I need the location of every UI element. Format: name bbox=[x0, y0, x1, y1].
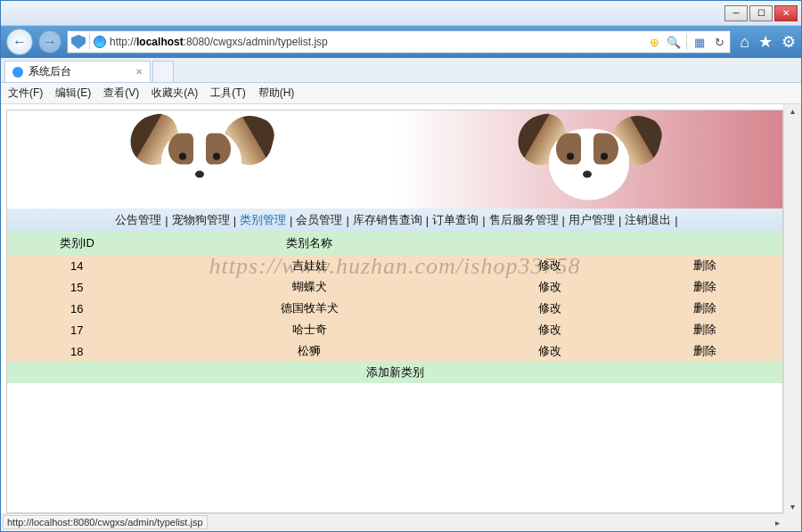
address-bar[interactable]: http://localhost:8080/cwgxs/admin/typeli… bbox=[67, 30, 731, 53]
edit-link[interactable]: 修改 bbox=[538, 344, 561, 357]
table-row: 17哈士奇修改删除 bbox=[7, 319, 782, 340]
titlebar: ─ ☐ ✕ bbox=[1, 1, 801, 26]
add-type-link[interactable]: 添加新类别 bbox=[366, 365, 424, 379]
divider bbox=[89, 34, 90, 50]
forward-button[interactable]: → bbox=[38, 30, 61, 53]
divider bbox=[686, 34, 687, 50]
maximize-button[interactable]: ☐ bbox=[749, 5, 773, 21]
scroll-down-icon[interactable]: ▾ bbox=[790, 500, 795, 513]
nav-link[interactable]: 注销退出 bbox=[621, 212, 675, 228]
scroll-right-icon[interactable]: ▸ bbox=[772, 518, 783, 528]
scroll-up-icon[interactable]: ▴ bbox=[790, 104, 795, 118]
cell-name: 哈士奇 bbox=[147, 319, 472, 340]
type-table: 类别ID 类别名称 14吉娃娃修改删除15蝴蝶犬修改删除16德国牧羊犬修改删除1… bbox=[7, 232, 782, 383]
cell-name: 吉娃娃 bbox=[147, 255, 472, 276]
menu-bar: 文件(F) 编辑(E) 查看(V) 收藏夹(A) 工具(T) 帮助(H) bbox=[1, 83, 801, 104]
cell-id: 18 bbox=[7, 340, 147, 362]
cell-name: 蝴蝶犬 bbox=[147, 276, 472, 298]
security-shield-icon bbox=[71, 35, 86, 49]
cell-id: 14 bbox=[7, 255, 147, 276]
search-icon[interactable]: 🔍 bbox=[667, 35, 681, 49]
menu-file[interactable]: 文件(F) bbox=[8, 86, 43, 101]
menu-edit[interactable]: 编辑(E) bbox=[55, 86, 91, 101]
col-delete-header bbox=[627, 232, 782, 255]
category-nav: 公告管理|宠物狗管理|类别管理|会员管理|库存销售查询|订单查询|售后服务管理|… bbox=[7, 209, 782, 232]
address-icons: ⊕ 🔍 ▦ ↻ bbox=[647, 34, 726, 50]
nav-link[interactable]: 公告管理 bbox=[111, 212, 165, 228]
banner-image-right bbox=[395, 110, 782, 209]
settings-gear-icon[interactable]: ⚙ bbox=[782, 32, 796, 52]
tab-title: 系统后台 bbox=[29, 64, 71, 79]
cell-id: 15 bbox=[7, 276, 147, 298]
col-edit-header bbox=[472, 232, 627, 255]
cell-id: 17 bbox=[7, 319, 147, 340]
banner bbox=[7, 110, 782, 209]
minimize-button[interactable]: ─ bbox=[724, 5, 748, 21]
delete-link[interactable]: 删除 bbox=[693, 323, 716, 336]
table-row: 15蝴蝶犬修改删除 bbox=[7, 276, 782, 298]
content-area: 公告管理|宠物狗管理|类别管理|会员管理|库存销售查询|订单查询|售后服务管理|… bbox=[1, 104, 801, 531]
menu-tools[interactable]: 工具(T) bbox=[210, 86, 245, 101]
status-bar: http://localhost:8080/cwgxs/admin/typeli… bbox=[3, 515, 208, 529]
nav-link[interactable]: 用户管理 bbox=[565, 212, 618, 228]
cell-name: 松狮 bbox=[147, 340, 472, 362]
browser-actions: ⌂ ★ ⚙ bbox=[740, 32, 796, 52]
nav-separator: | bbox=[675, 214, 677, 227]
cell-id: 16 bbox=[7, 298, 147, 319]
tab-favicon-icon bbox=[12, 67, 23, 78]
page-body: 公告管理|宠物狗管理|类别管理|会员管理|库存销售查询|订单查询|售后服务管理|… bbox=[6, 110, 783, 513]
nav-link[interactable]: 会员管理 bbox=[292, 212, 346, 228]
vertical-scrollbar[interactable]: ▴ ▾ bbox=[783, 104, 801, 513]
close-button[interactable]: ✕ bbox=[774, 5, 798, 21]
table-row: 16德国牧羊犬修改删除 bbox=[7, 298, 782, 319]
url-text: http://localhost:8080/cwgxs/admin/typeli… bbox=[110, 36, 328, 48]
scroll-corner bbox=[783, 513, 801, 531]
delete-link[interactable]: 删除 bbox=[693, 258, 716, 272]
rss-icon[interactable]: ▦ bbox=[692, 35, 707, 49]
delete-link[interactable]: 删除 bbox=[693, 344, 716, 357]
menu-help[interactable]: 帮助(H) bbox=[258, 86, 295, 101]
home-icon[interactable]: ⌂ bbox=[740, 33, 749, 52]
browser-window: ─ ☐ ✕ ← → http://localhost:8080/cwgxs/ad… bbox=[0, 0, 802, 532]
col-id-header: 类别ID bbox=[7, 232, 147, 255]
tab-close-icon[interactable]: ✕ bbox=[135, 67, 143, 77]
back-button[interactable]: ← bbox=[6, 29, 33, 55]
favorites-icon[interactable]: ★ bbox=[758, 32, 773, 52]
nav-toolbar: ← → http://localhost:8080/cwgxs/admin/ty… bbox=[1, 26, 801, 58]
ie-favicon-icon bbox=[94, 36, 106, 48]
edit-link[interactable]: 修改 bbox=[538, 301, 561, 315]
compat-icon[interactable]: ⊕ bbox=[647, 35, 661, 49]
tab-strip: 系统后台 ✕ bbox=[1, 58, 801, 83]
banner-image-left bbox=[7, 110, 395, 209]
nav-link[interactable]: 类别管理 bbox=[236, 212, 290, 228]
nav-link[interactable]: 订单查询 bbox=[429, 212, 482, 228]
table-row: 14吉娃娃修改删除 bbox=[7, 255, 782, 276]
delete-link[interactable]: 删除 bbox=[693, 280, 716, 293]
new-tab-button[interactable] bbox=[152, 61, 174, 82]
edit-link[interactable]: 修改 bbox=[538, 323, 561, 336]
refresh-icon[interactable]: ↻ bbox=[712, 35, 726, 49]
menu-favorites[interactable]: 收藏夹(A) bbox=[151, 86, 198, 101]
browser-tab[interactable]: 系统后台 ✕ bbox=[4, 61, 151, 82]
col-name-header: 类别名称 bbox=[147, 232, 472, 255]
menu-view[interactable]: 查看(V) bbox=[103, 86, 139, 101]
cell-name: 德国牧羊犬 bbox=[147, 298, 472, 319]
nav-link[interactable]: 售后服务管理 bbox=[486, 212, 562, 228]
table-row: 18松狮修改删除 bbox=[7, 340, 782, 362]
nav-link[interactable]: 库存销售查询 bbox=[349, 212, 426, 228]
nav-link[interactable]: 宠物狗管理 bbox=[168, 212, 233, 228]
delete-link[interactable]: 删除 bbox=[693, 301, 716, 315]
add-row: 添加新类别 bbox=[7, 362, 782, 383]
edit-link[interactable]: 修改 bbox=[538, 280, 561, 293]
edit-link[interactable]: 修改 bbox=[538, 258, 561, 272]
